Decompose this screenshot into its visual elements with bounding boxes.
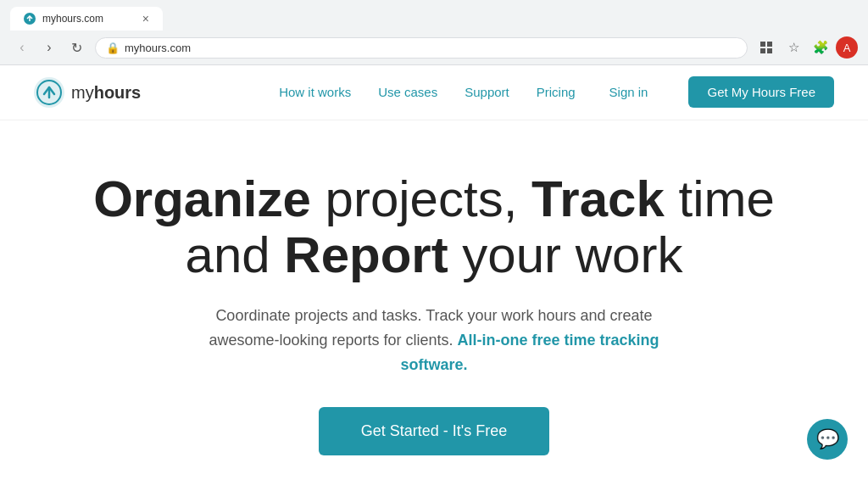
hero-subtext: Coordinate projects and tasks. Track you… (180, 304, 688, 377)
puzzle-icon: 🧩 (813, 40, 829, 55)
tab-close-button[interactable]: × (142, 12, 149, 25)
nav-item-sign-in: Sign in (603, 85, 648, 100)
active-tab[interactable]: myhours.com × (10, 7, 163, 31)
back-button[interactable]: ‹ (10, 36, 34, 59)
logo-icon (34, 77, 64, 108)
lock-icon: 🔒 (106, 42, 120, 54)
nav-link-support[interactable]: Support (465, 85, 509, 99)
svg-rect-4 (760, 48, 765, 53)
nav-link-how-it-works[interactable]: How it works (279, 85, 351, 99)
star-button[interactable]: ☆ (782, 36, 805, 59)
headline-and: and (186, 226, 285, 283)
nav-link-sign-in[interactable]: Sign in (609, 85, 648, 99)
headline-organize: Organize (93, 170, 311, 227)
hero-headline: Organize projects, Track time and Report… (34, 171, 834, 283)
nav-item-use-cases: Use cases (378, 85, 437, 100)
nav-links: How it works Use cases Support Pricing S… (279, 85, 834, 100)
hero-section: Organize projects, Track time and Report… (0, 120, 868, 480)
svg-rect-2 (760, 42, 765, 47)
reload-button[interactable]: ↻ (64, 36, 88, 59)
browser-nav-buttons: ‹ › ↻ (10, 36, 88, 59)
forward-icon: › (47, 40, 51, 55)
browser-tabs: myhours.com × (0, 0, 868, 31)
forward-button[interactable]: › (37, 36, 61, 59)
headline-time: time (665, 170, 775, 227)
logo-text: myhours (71, 83, 141, 103)
nav-item-pricing: Pricing (537, 85, 576, 100)
chat-widget[interactable]: 💬 (807, 419, 848, 460)
address-bar[interactable]: 🔒 myhours.com (95, 37, 748, 59)
profile-avatar[interactable]: A (836, 36, 858, 59)
headline-report: Report (284, 226, 448, 283)
browser-toolbar-icons: ☆ 🧩 A (754, 36, 858, 59)
hero-cta-button[interactable]: Get Started - It's Free (319, 407, 550, 455)
svg-rect-5 (767, 48, 772, 53)
website-content: myhours How it works Use cases Support P… (0, 65, 868, 480)
star-icon: ☆ (788, 40, 799, 55)
tab-favicon (24, 13, 36, 25)
logo-link[interactable]: myhours (34, 77, 141, 108)
nav-link-use-cases[interactable]: Use cases (378, 85, 437, 99)
extensions-button[interactable]: 🧩 (809, 36, 832, 59)
tab-title: myhours.com (42, 13, 103, 25)
svg-rect-3 (767, 42, 772, 47)
reload-icon: ↻ (71, 40, 82, 56)
headline-projects: projects, (311, 170, 531, 227)
nav-cta-button[interactable]: Get My Hours Free (688, 76, 834, 108)
headline-your-work: your work (448, 226, 683, 283)
grid-icon (760, 41, 773, 54)
grid-icon-button[interactable] (754, 36, 778, 59)
nav-item-cta: Get My Hours Free (675, 85, 834, 100)
back-icon: ‹ (19, 40, 24, 55)
chat-icon: 💬 (816, 428, 839, 450)
nav-item-support: Support (465, 85, 509, 100)
nav-item-how-it-works: How it works (279, 85, 351, 100)
browser-chrome: myhours.com × ‹ › ↻ 🔒 myhours.com (0, 0, 868, 65)
address-text: myhours.com (125, 42, 737, 54)
browser-toolbar: ‹ › ↻ 🔒 myhours.com ☆ � (0, 31, 868, 64)
headline-track: Track (531, 170, 665, 227)
nav-link-pricing[interactable]: Pricing (537, 85, 576, 99)
site-nav: myhours How it works Use cases Support P… (0, 65, 868, 120)
